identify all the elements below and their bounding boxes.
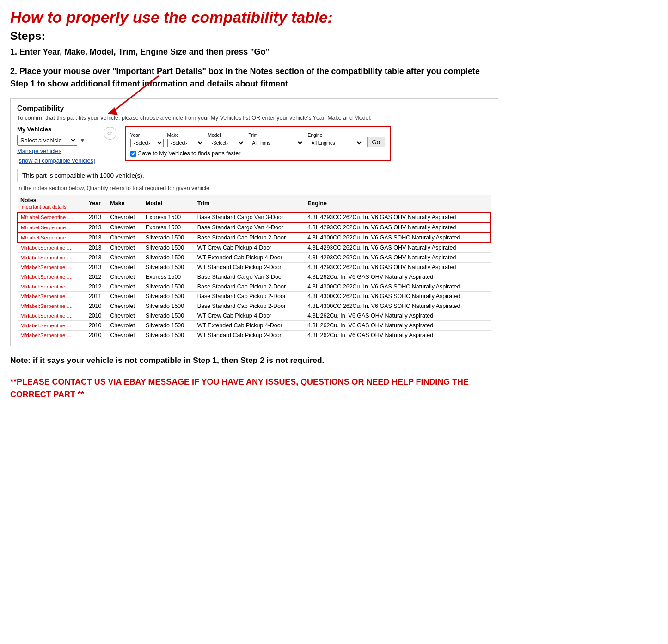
trim-select[interactable]: All Trims <box>249 139 304 147</box>
model-cell: Silverado 1500 <box>143 233 195 243</box>
notes-header-label: Notes <box>20 197 37 203</box>
make-select[interactable]: -Select- <box>167 139 204 147</box>
save-checkbox-label: Save to My Vehicles to finds parts faste… <box>138 150 241 157</box>
engine-select[interactable]: All Engines <box>308 139 363 147</box>
model-cell: Silverado 1500 <box>143 301 195 311</box>
trim-cell: Base Standard Cab Pickup 2-Door <box>195 292 305 301</box>
trim-cell: Base Standard Cargo Van 3-Door <box>195 212 305 222</box>
make-field-group: Make -Select- <box>167 133 204 147</box>
notes-cell: Mfrlabel:Serpentine .... <box>18 292 86 301</box>
make-cell: Chevrolet <box>107 233 143 243</box>
notes-cell: Mfrlabel:Serpentine .... <box>18 272 86 282</box>
year-cell: 2013 <box>86 243 108 253</box>
table-row: Mfrlabel:Serpentine.... 2013 Chevrolet E… <box>18 222 491 233</box>
model-header: Model <box>143 195 195 212</box>
engine-cell: 4.3L 4293CC 262Cu. In. V6 GAS OHV Natura… <box>305 243 491 253</box>
engine-cell: 4.3L 4300CC 262Cu. In. V6 GAS SOHC Natur… <box>305 233 491 243</box>
model-cell: Silverado 1500 <box>143 311 195 321</box>
table-row: Mfrlabel:Serpentine .... 2013 Chevrolet … <box>18 253 491 263</box>
engine-cell: 4.3L 262Cu. In. V6 GAS OHV Naturally Asp… <box>305 321 491 331</box>
year-cell: 2013 <box>86 212 108 222</box>
dropdown-arrow-icon: ▼ <box>80 137 86 144</box>
trim-cell: Base Standard Cab Pickup 2-Door <box>195 301 305 311</box>
engine-cell: 4.3L 4300CC 262Cu. In. V6 GAS SOHC Natur… <box>305 292 491 301</box>
year-cell: 2010 <box>86 331 108 340</box>
notes-cell: Mfrlabel:Serpentine .... <box>18 301 86 311</box>
quantity-note: In the notes section below, Quantity ref… <box>17 185 491 191</box>
trim-cell: WT Extended Cab Pickup 4-Door <box>195 321 305 331</box>
table-row: Mfrlabel:Serpentine .... 2010 Chevrolet … <box>18 331 491 340</box>
show-all-link[interactable]: [show all compatible vehicles] <box>17 157 95 164</box>
notes-cell: Mfrlabel:Serpentine .... <box>18 282 86 292</box>
year-cell: 2012 <box>86 272 108 282</box>
save-checkbox-row: Save to My Vehicles to finds parts faste… <box>130 150 386 157</box>
engine-cell: 4.3L 262Cu. In. V6 GAS OHV Naturally Asp… <box>305 331 491 340</box>
model-field-group: Model -Select- <box>208 133 245 147</box>
year-cell: 2013 <box>86 222 108 233</box>
model-cell: Silverado 1500 <box>143 321 195 331</box>
model-cell: Silverado 1500 <box>143 253 195 263</box>
make-cell: Chevrolet <box>107 272 143 282</box>
notes-cell: Mfrlabel:Serpentine .... <box>18 263 86 272</box>
year-cell: 2013 <box>86 263 108 272</box>
make-cell: Chevrolet <box>107 243 143 253</box>
trim-field-group: Trim All Trims <box>249 133 304 147</box>
engine-cell: 4.3L 262Cu. In. V6 GAS OHV Naturally Asp… <box>305 311 491 321</box>
engine-cell: 4.3L 4293CC 262Cu. In. V6 GAS OHV Natura… <box>305 222 491 233</box>
save-checkbox[interactable] <box>130 151 136 157</box>
year-select[interactable]: -Select- <box>130 139 164 147</box>
year-cell: 2013 <box>86 233 108 243</box>
bottom-note: Note: if it says your vehicle is not com… <box>10 355 498 366</box>
compatible-message: This part is compatible with 1000 vehicl… <box>17 169 491 182</box>
engine-cell: 4.3L 262Cu. In. V6 GAS OHV Naturally Asp… <box>305 272 491 282</box>
model-cell: Express 1500 <box>143 222 195 233</box>
make-cell: Chevrolet <box>107 321 143 331</box>
compatibility-table: Notes Important part details Year Make M… <box>17 195 491 340</box>
notes-cell: Mfrlabel:Serpentine .... <box>18 321 86 331</box>
main-title: How to properly use the compatibility ta… <box>10 8 498 27</box>
trim-label: Trim <box>249 133 304 138</box>
notes-cell: Mfrlabel:Serpentine .... <box>18 331 86 340</box>
compat-subtitle: To confirm that this part fits your vehi… <box>17 115 491 121</box>
manage-vehicles-link[interactable]: Manage vehicles <box>17 147 95 154</box>
table-row: Mfrlabel:Serpentine .... 2011 Chevrolet … <box>18 292 491 301</box>
my-vehicles-section: My Vehicles Select a vehicle ▼ Manage ve… <box>17 126 95 164</box>
ymm-section: Year -Select- Make -Select- Model -Selec… <box>125 126 391 161</box>
model-cell: Silverado 1500 <box>143 292 195 301</box>
trim-cell: Base Standard Cab Pickup 2-Door <box>195 282 305 292</box>
model-cell: Silverado 1500 <box>143 331 195 340</box>
make-cell: Chevrolet <box>107 263 143 272</box>
notes-cell: Mfrlabel:Serpentine .... <box>18 212 86 222</box>
compatibility-section: Compatibility To confirm that this part … <box>10 98 498 346</box>
make-cell: Chevrolet <box>107 292 143 301</box>
model-cell: Express 1500 <box>143 212 195 222</box>
or-circle: or <box>104 127 116 140</box>
table-row: Mfrlabel:Serpentine .... 2013 Chevrolet … <box>18 243 491 253</box>
my-vehicles-label: My Vehicles <box>17 126 95 133</box>
table-row: Mfrlabel:Serpentine .... 2012 Chevrolet … <box>18 272 491 282</box>
step1-text: 1. Enter Year, Make, Model, Trim, Engine… <box>10 46 498 58</box>
go-button[interactable]: Go <box>367 137 386 147</box>
year-header: Year <box>86 195 108 212</box>
make-cell: Chevrolet <box>107 282 143 292</box>
vehicle-select[interactable]: Select a vehicle <box>17 135 77 146</box>
make-cell: Chevrolet <box>107 301 143 311</box>
make-cell: Chevrolet <box>107 311 143 321</box>
table-row: Mfrlabel:Serpentine.... 2013 Chevrolet S… <box>18 233 491 243</box>
notes-cell: Mfrlabel:Serpentine .... <box>18 243 86 253</box>
year-cell: 2011 <box>86 292 108 301</box>
notes-cell: Mfrlabel:Serpentine .... <box>18 311 86 321</box>
table-row: Mfrlabel:Serpentine .... 2010 Chevrolet … <box>18 311 491 321</box>
engine-cell: 4.3L 4300CC 262Cu. In. V6 GAS SOHC Natur… <box>305 282 491 292</box>
engine-header: Engine <box>305 195 491 212</box>
engine-field-group: Engine All Engines <box>308 133 363 147</box>
trim-cell: Base Standard Cargo Van 4-Door <box>195 222 305 233</box>
trim-cell: Base Standard Cargo Van 3-Door <box>195 272 305 282</box>
table-row: Mfrlabel:Serpentine .... 2012 Chevrolet … <box>18 282 491 292</box>
make-label: Make <box>167 133 204 138</box>
contact-note: **PLEASE CONTACT US VIA EBAY MESSAGE IF … <box>10 376 498 401</box>
model-select[interactable]: -Select- <box>208 139 245 147</box>
model-cell: Silverado 1500 <box>143 263 195 272</box>
compat-title: Compatibility <box>17 104 491 113</box>
trim-cell: WT Standard Cab Pickup 2-Door <box>195 331 305 340</box>
